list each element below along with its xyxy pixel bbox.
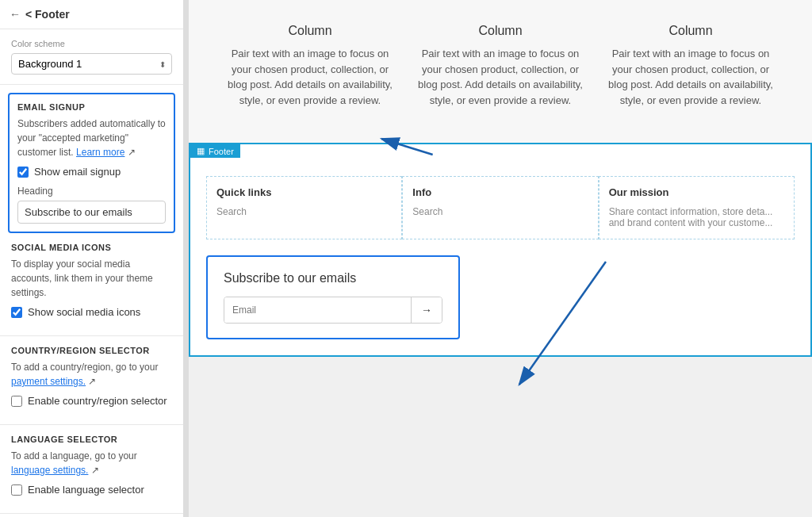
footer-col-1-title: Quick links	[216, 186, 392, 198]
footer-col-3: Our mission Share contact information, s…	[599, 176, 795, 239]
footer-columns-row: Quick links Search Info Search Our missi…	[206, 176, 795, 239]
footer-col-2-placeholder: Search	[412, 206, 588, 217]
column-3-text: Pair text with an image to focus on your…	[603, 46, 778, 108]
footer-col-1: Quick links Search	[206, 176, 402, 239]
enable-country-label: Enable country/region selector	[28, 395, 167, 407]
language-settings-link[interactable]: language settings.	[11, 465, 88, 476]
canvas-wrapper: Column Pair text with an image to focus …	[189, 0, 812, 517]
external-icon: ↗	[128, 147, 136, 158]
color-scheme-label: Color scheme	[11, 39, 172, 48]
email-input[interactable]	[224, 297, 411, 323]
submit-button[interactable]: →	[411, 297, 442, 323]
column-2: Column Pair text with an image to focus …	[413, 24, 588, 119]
color-scheme-select-wrapper: Background 1 Background 2 Inverse Accent…	[11, 53, 172, 75]
enable-language-checkbox[interactable]	[11, 484, 22, 496]
columns-section: Column Pair text with an image to focus …	[189, 0, 812, 143]
column-1-title: Column	[223, 24, 397, 38]
show-email-signup-row: Show email signup	[17, 166, 166, 178]
country-region-section: COUNTRY/REGION SELECTOR To add a country…	[0, 336, 183, 425]
heading-text-input[interactable]: Subscribe to our emails	[17, 201, 166, 224]
footer-content: Quick links Search Info Search Our missi…	[190, 144, 810, 355]
language-selector-section: LANGUAGE SELECTOR To add a language, go …	[0, 425, 183, 514]
footer-col-3-text: Share contact information, store deta...…	[609, 206, 784, 228]
show-email-signup-label: Show email signup	[34, 166, 121, 178]
social-media-heading: SOCIAL MEDIA ICONS	[11, 243, 172, 252]
column-3: Column Pair text with an image to focus …	[603, 24, 778, 119]
country-region-description: To add a country/region, go to your paym…	[11, 360, 172, 389]
learn-more-link[interactable]: Learn more	[76, 147, 124, 158]
color-scheme-select[interactable]: Background 1 Background 2 Inverse Accent…	[11, 53, 172, 75]
social-media-section: SOCIAL MEDIA ICONS To display your socia…	[0, 233, 183, 336]
external-icon-3: ↗	[91, 465, 99, 476]
column-2-title: Column	[413, 24, 588, 38]
country-region-heading: COUNTRY/REGION SELECTOR	[11, 346, 172, 355]
color-scheme-section: Color scheme Background 1 Background 2 I…	[0, 29, 183, 85]
email-signup-description: Subscribers added automatically to your …	[17, 117, 166, 159]
subscribe-box: Subscribe to our emails →	[206, 255, 460, 339]
subscribe-title: Subscribe to our emails	[224, 271, 442, 285]
heading-field-label: Heading	[17, 186, 166, 197]
show-social-checkbox[interactable]	[11, 307, 22, 318]
enable-country-row: Enable country/region selector	[11, 395, 172, 407]
show-social-row: Show social media icons	[11, 306, 172, 318]
canvas-area: Column Pair text with an image to focus …	[189, 0, 812, 357]
panel-header: ← < Footer	[0, 0, 183, 29]
language-description: To add a language, go to your language s…	[11, 449, 172, 477]
footer-icon: ▦	[197, 146, 205, 156]
enable-country-checkbox[interactable]	[11, 396, 22, 407]
back-button[interactable]: ←	[10, 8, 21, 21]
column-1: Column Pair text with an image to focus …	[223, 24, 397, 119]
show-social-label: Show social media icons	[28, 306, 140, 318]
footer-col-2-title: Info	[412, 186, 588, 198]
footer-col-3-title: Our mission	[609, 186, 784, 198]
column-2-text: Pair text with an image to focus on your…	[413, 46, 588, 108]
footer-label: ▦ Footer	[190, 144, 240, 158]
column-1-text: Pair text with an image to focus on your…	[223, 46, 397, 108]
left-panel: ← < Footer Color scheme Background 1 Bac…	[0, 0, 184, 517]
footer-canvas: ▦ Footer Quick links Search Info Search …	[189, 143, 812, 357]
show-email-signup-checkbox[interactable]	[17, 167, 29, 178]
enable-language-row: Enable language selector	[11, 484, 172, 496]
payment-settings-link[interactable]: payment settings.	[11, 376, 86, 387]
panel-title: < Footer	[25, 8, 70, 21]
email-input-row: →	[224, 297, 442, 324]
footer-col-1-placeholder: Search	[216, 206, 392, 217]
enable-language-label: Enable language selector	[28, 484, 144, 496]
social-media-description: To display your social media accounts, l…	[11, 257, 172, 300]
language-heading: LANGUAGE SELECTOR	[11, 435, 172, 444]
external-icon-2: ↗	[88, 376, 96, 387]
column-3-title: Column	[603, 24, 778, 38]
email-signup-heading: EMAIL SIGNUP	[17, 102, 166, 112]
footer-col-2: Info Search	[402, 176, 598, 239]
email-signup-section: EMAIL SIGNUP Subscribers added automatic…	[8, 93, 175, 233]
